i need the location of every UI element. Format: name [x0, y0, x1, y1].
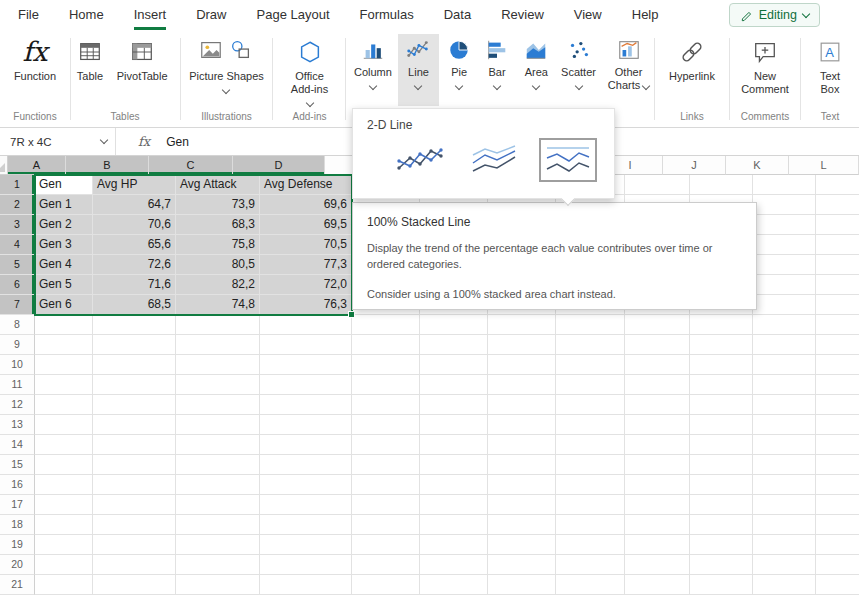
cell-H21[interactable] [556, 575, 625, 595]
cell-F19[interactable] [420, 535, 488, 555]
cell-B20[interactable] [93, 555, 176, 575]
row-header-3[interactable]: 3 [0, 215, 35, 235]
cell-C11[interactable] [176, 375, 260, 395]
cell-A10[interactable] [35, 355, 93, 375]
cell-I18[interactable] [625, 515, 690, 535]
area-chart-button[interactable]: Area [519, 34, 554, 106]
cell-C18[interactable] [176, 515, 260, 535]
row-header-18[interactable]: 18 [0, 515, 35, 535]
menu-tab-review[interactable]: Review [501, 0, 544, 30]
row-header-1[interactable]: 1 [0, 175, 35, 195]
line-option[interactable] [391, 138, 449, 182]
cell-C16[interactable] [176, 475, 260, 495]
row-header-21[interactable]: 21 [0, 575, 35, 595]
row-header-7[interactable]: 7 [0, 295, 35, 315]
cell-B10[interactable] [93, 355, 176, 375]
cell-A3[interactable]: Gen 2 [35, 215, 93, 235]
cell-G13[interactable] [488, 415, 556, 435]
cell-C5[interactable]: 80,5 [176, 255, 260, 275]
cell-I13[interactable] [625, 415, 690, 435]
cell-B6[interactable]: 71,6 [93, 275, 176, 295]
cell-C6[interactable]: 82,2 [176, 275, 260, 295]
cell-E16[interactable] [352, 475, 420, 495]
cell-F12[interactable] [420, 395, 488, 415]
cell-H11[interactable] [556, 375, 625, 395]
stacked-line-option[interactable] [465, 138, 523, 182]
cell-I17[interactable] [625, 495, 690, 515]
editing-mode-button[interactable]: Editing [729, 3, 820, 27]
cell-I20[interactable] [625, 555, 690, 575]
cell-G19[interactable] [488, 535, 556, 555]
cell-D10[interactable] [260, 355, 352, 375]
cell-I15[interactable] [625, 455, 690, 475]
cell-H20[interactable] [556, 555, 625, 575]
cell-B19[interactable] [93, 535, 176, 555]
row-header-12[interactable]: 12 [0, 395, 35, 415]
cell-K9[interactable] [753, 335, 816, 355]
cell-L17[interactable] [816, 495, 859, 515]
cell-B12[interactable] [93, 395, 176, 415]
cell-L21[interactable] [816, 575, 859, 595]
cell-I1[interactable] [625, 175, 690, 195]
cell-H10[interactable] [556, 355, 625, 375]
cell-H9[interactable] [556, 335, 625, 355]
cell-B4[interactable]: 65,6 [93, 235, 176, 255]
table-button[interactable]: Table [75, 34, 105, 106]
cell-J10[interactable] [690, 355, 753, 375]
cell-C14[interactable] [176, 435, 260, 455]
cell-L1[interactable] [816, 175, 859, 195]
cell-B18[interactable] [93, 515, 176, 535]
cell-K19[interactable] [753, 535, 816, 555]
bar-chart-button[interactable]: Bar [479, 34, 514, 106]
menu-tab-help[interactable]: Help [632, 0, 659, 30]
cell-H13[interactable] [556, 415, 625, 435]
cell-F9[interactable] [420, 335, 488, 355]
cell-K1[interactable] [753, 175, 816, 195]
cell-E13[interactable] [352, 415, 420, 435]
cell-F17[interactable] [420, 495, 488, 515]
cell-E8[interactable] [352, 315, 420, 335]
cell-J21[interactable] [690, 575, 753, 595]
cell-G16[interactable] [488, 475, 556, 495]
menu-tab-insert[interactable]: Insert [134, 0, 167, 30]
cell-A4[interactable]: Gen 3 [35, 235, 93, 255]
cell-D7[interactable]: 76,3 [260, 295, 352, 315]
cell-A17[interactable] [35, 495, 93, 515]
cell-A9[interactable] [35, 335, 93, 355]
cell-G15[interactable] [488, 455, 556, 475]
cell-K8[interactable] [753, 315, 816, 335]
cell-L4[interactable] [816, 235, 859, 255]
column-header-j[interactable]: J [663, 156, 726, 175]
cell-C3[interactable]: 68,3 [176, 215, 260, 235]
cell-G14[interactable] [488, 435, 556, 455]
cell-L18[interactable] [816, 515, 859, 535]
hyperlink-button[interactable]: Hyperlink [667, 34, 717, 106]
row-header-8[interactable]: 8 [0, 315, 35, 335]
cell-K10[interactable] [753, 355, 816, 375]
cell-F16[interactable] [420, 475, 488, 495]
cell-I10[interactable] [625, 355, 690, 375]
cell-D8[interactable] [260, 315, 352, 335]
cell-A13[interactable] [35, 415, 93, 435]
row-header-15[interactable]: 15 [0, 455, 35, 475]
cell-K2[interactable] [753, 195, 816, 215]
pie-chart-button[interactable]: Pie [443, 34, 475, 106]
row-header-16[interactable]: 16 [0, 475, 35, 495]
cell-L2[interactable] [816, 195, 859, 215]
cell-D5[interactable]: 77,3 [260, 255, 352, 275]
cell-D2[interactable]: 69,6 [260, 195, 352, 215]
cell-K11[interactable] [753, 375, 816, 395]
cell-C21[interactable] [176, 575, 260, 595]
cell-K3[interactable] [753, 215, 816, 235]
scatter-chart-button[interactable]: Scatter [558, 34, 599, 106]
cell-L10[interactable] [816, 355, 859, 375]
cell-J14[interactable] [690, 435, 753, 455]
cell-E17[interactable] [352, 495, 420, 515]
cell-J17[interactable] [690, 495, 753, 515]
column-chart-button[interactable]: Column [352, 34, 394, 106]
cell-K14[interactable] [753, 435, 816, 455]
row-header-6[interactable]: 6 [0, 275, 35, 295]
cell-B3[interactable]: 70,6 [93, 215, 176, 235]
cell-I21[interactable] [625, 575, 690, 595]
cell-E9[interactable] [352, 335, 420, 355]
